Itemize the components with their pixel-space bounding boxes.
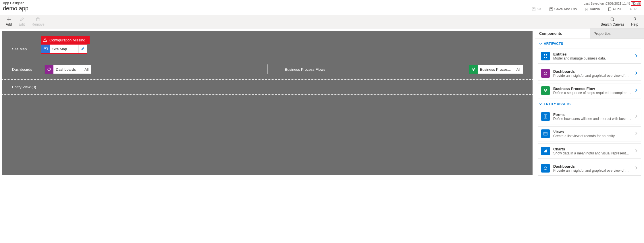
svg-point-7 [611, 18, 614, 20]
svg-rect-22 [544, 132, 547, 135]
dashboards-tile[interactable]: Dashboards All [45, 65, 91, 74]
bpf-tile[interactable]: Business Proces… All [469, 65, 523, 74]
save-icon [532, 7, 536, 11]
flow-icon [469, 65, 478, 74]
svg-rect-14 [546, 54, 547, 56]
edit-button: Edit [19, 17, 25, 26]
sitemap-icon [41, 45, 50, 53]
flow-icon [541, 86, 550, 95]
views-icon [541, 129, 550, 138]
save-and-close-button[interactable]: Save And Clo… [549, 7, 581, 11]
svg-rect-24 [545, 150, 546, 152]
header-bar: App Designer demo app Last Saved on :03/… [0, 0, 644, 15]
svg-rect-5 [608, 7, 611, 11]
svg-rect-3 [550, 7, 552, 9]
canvas-area: Configuration Missing Site Map Site Map [0, 28, 535, 240]
draft-badge: *Draft [631, 1, 641, 6]
card-entities[interactable]: Entities Model and manage business data. [538, 49, 641, 64]
bpf-all-link[interactable]: All [514, 67, 523, 72]
svg-rect-25 [546, 150, 547, 152]
toolbar: Add Edit Remove Search Canvas Help [0, 15, 644, 28]
app-title: demo app [3, 5, 28, 12]
publish-button[interactable]: Publi… [608, 7, 625, 11]
breadcrumb: App Designer [3, 1, 28, 5]
chevron-right-icon [635, 89, 638, 93]
validate-icon [585, 7, 589, 11]
last-saved-text: Last Saved on :03/09/2021 11:48 [584, 2, 630, 5]
search-icon [610, 17, 615, 22]
help-icon [632, 17, 637, 22]
chevron-right-icon [635, 114, 638, 119]
chevron-down-icon [539, 103, 542, 106]
save-button[interactable]: Sa… [532, 7, 545, 11]
group-artifacts[interactable]: ARTIFACTS [535, 39, 644, 47]
validate-button[interactable]: Valida… [585, 7, 603, 11]
svg-rect-16 [546, 57, 547, 58]
svg-rect-23 [544, 151, 545, 152]
svg-rect-13 [544, 54, 545, 56]
chevron-right-icon [635, 132, 638, 136]
publish-icon [608, 7, 612, 11]
card-dashboards[interactable]: Dashboards Provide an insightful and gra… [538, 66, 641, 81]
right-panel: Components Properties ARTIFACTS Entities… [535, 28, 644, 240]
trash-icon [35, 17, 41, 22]
edit-sitemap-button[interactable] [79, 45, 87, 53]
divider [267, 64, 268, 74]
dashboard-icon [541, 69, 550, 78]
chevron-right-icon [635, 71, 638, 76]
config-missing-banner: Configuration Missing [41, 36, 90, 44]
dashboards-all-link[interactable]: All [82, 67, 91, 72]
chevron-down-icon [539, 42, 542, 45]
entities-icon [541, 52, 550, 60]
bpf-label: Business Process Flows [285, 67, 325, 72]
svg-rect-1 [533, 7, 534, 9]
dashboards-label: Dashboards [12, 67, 41, 72]
plus-icon [6, 17, 11, 22]
charts-icon [541, 147, 550, 155]
card-dashboards-asset[interactable]: Dashboards Provide an insightful and gra… [538, 161, 641, 176]
search-canvas-button[interactable]: Search Canvas [601, 17, 624, 26]
svg-rect-6 [37, 18, 39, 21]
dashboard-icon [45, 65, 53, 74]
help-button[interactable]: Help [631, 17, 638, 26]
add-button[interactable]: Add [6, 17, 12, 26]
chevron-right-icon [635, 54, 638, 58]
pencil-icon [81, 47, 85, 51]
tab-properties[interactable]: Properties [590, 28, 644, 39]
chevron-right-icon [635, 149, 638, 153]
remove-button: Remove [32, 17, 45, 26]
save-status: Last Saved on :03/09/2021 11:48 *Draft [584, 1, 641, 6]
group-entity-assets[interactable]: ENTITY ASSETS [535, 99, 644, 108]
site-map-label: Site Map [12, 47, 41, 51]
site-map-tile[interactable]: Site Map [41, 44, 87, 54]
pencil-icon [19, 17, 24, 22]
save-close-icon [549, 7, 553, 11]
card-views[interactable]: Views Create a list view of records for … [538, 126, 641, 141]
card-charts[interactable]: Charts Show data in a meaningful and vis… [538, 143, 641, 158]
entity-view-label: Entity View (0) [12, 85, 36, 89]
card-forms[interactable]: Forms Define how users will see and inte… [538, 109, 641, 124]
tab-components[interactable]: Components [535, 28, 590, 39]
svg-rect-15 [544, 57, 545, 58]
dashboard-icon [541, 164, 550, 173]
warning-icon [41, 38, 49, 42]
card-bpf[interactable]: Business Process Flow Define a sequence … [538, 83, 641, 98]
chevron-right-icon [635, 166, 638, 171]
forms-icon [541, 112, 550, 121]
play-icon [629, 7, 633, 11]
play-button[interactable]: Pl… [629, 7, 641, 11]
